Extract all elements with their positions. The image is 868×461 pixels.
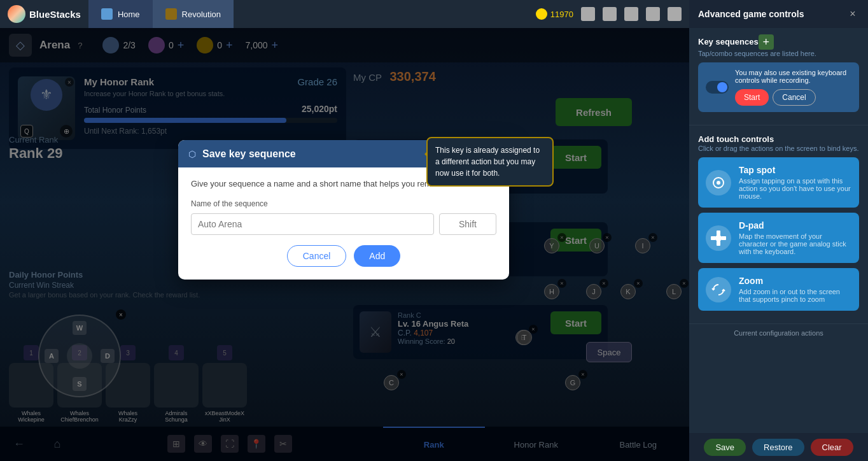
adv-panel-header: Advanced game controls × — [689, 0, 868, 28]
rec-cancel-btn[interactable]: Cancel — [773, 89, 815, 106]
tap-spot-title: Tap spot — [739, 165, 851, 175]
game-tab-icon — [165, 8, 177, 20]
key-sequences-desc: Tap/combo sequences are listed here. — [698, 50, 859, 57]
dpad-card[interactable]: D-pad Map the movement of your character… — [698, 213, 859, 263]
adv-close-button[interactable]: × — [846, 8, 859, 20]
minimize-icon[interactable] — [646, 7, 660, 21]
recording-text: You may also use existing keyboard contr… — [735, 69, 851, 84]
dpad-info: D-pad Map the movement of your character… — [739, 220, 851, 255]
dpad-title: D-pad — [739, 220, 851, 230]
sequence-key-input[interactable] — [439, 213, 496, 235]
tooltip-text: This key is already assigned to a differ… — [435, 146, 540, 178]
svg-rect-3 — [717, 241, 720, 246]
dpad-desc: Map the movement of your character or th… — [739, 232, 851, 255]
tab-home[interactable]: Home — [88, 0, 153, 28]
zoom-card-icon — [706, 277, 731, 302]
maximize-icon[interactable] — [668, 7, 682, 21]
dialog-add-btn[interactable]: Add — [354, 245, 400, 267]
tap-spot-icon — [706, 170, 731, 195]
settings-icon[interactable] — [624, 7, 638, 21]
dialog-header-icon: ⬡ — [188, 149, 196, 159]
account-icon[interactable] — [603, 7, 617, 21]
dialog-cancel-btn[interactable]: Cancel — [287, 245, 347, 267]
dialog-inputs — [191, 213, 496, 235]
rec-start-btn[interactable]: Start — [735, 89, 769, 106]
adv-panel: Key sequences + Tap/combo sequences are … — [689, 28, 868, 461]
zoom-info: Zoom Add zoom in or out to the screen th… — [739, 276, 851, 303]
top-bar: BlueStacks Home Revolution 11970 — [0, 0, 689, 28]
svg-rect-4 — [711, 236, 716, 240]
home-tab-icon — [101, 8, 113, 20]
tap-spot-card[interactable]: Tap spot Assign tapping on a spot with t… — [698, 157, 859, 208]
adv-panel-title: Advanced game controls — [698, 9, 846, 19]
sequence-name-input[interactable] — [191, 213, 434, 235]
toggle-switch[interactable] — [706, 81, 729, 94]
config-bar: Save Restore Clear — [689, 433, 868, 461]
tab-game[interactable]: Revolution — [153, 0, 234, 28]
dpad-card-icon — [706, 225, 731, 251]
recording-content: You may also use existing keyboard contr… — [735, 69, 851, 106]
zoom-card[interactable]: Zoom Add zoom in or out to the screen th… — [698, 268, 859, 311]
notification-icon[interactable] — [581, 7, 595, 21]
tap-spot-desc: Assign tapping on a spot with this actio… — [739, 177, 851, 200]
tap-spot-info: Tap spot Assign tapping on a spot with t… — [739, 165, 851, 200]
recording-card: You may also use existing keyboard contr… — [698, 62, 859, 112]
zoom-title: Zoom — [739, 276, 851, 286]
touch-controls-section: Add touch controls Click or drag the act… — [689, 125, 868, 324]
save-key-sequence-dialog: ⬡ Save key sequence ✕ Give your sequence… — [178, 140, 509, 280]
config-clear-btn[interactable]: Clear — [811, 439, 853, 456]
dialog-buttons: Cancel Add — [191, 245, 496, 267]
svg-rect-5 — [721, 236, 726, 240]
key-seq-header: Key sequences + — [698, 36, 859, 50]
bluestacks-logo-icon — [8, 5, 25, 23]
rec-buttons: Start Cancel — [735, 89, 851, 106]
dialog-label: Name of the sequence — [191, 199, 496, 208]
add-touch-desc: Click or drag the actions on the screen … — [698, 145, 859, 152]
key-sequences-title: Key sequences — [698, 37, 759, 46]
bluestacks-logo: BlueStacks — [0, 5, 88, 23]
svg-rect-2 — [717, 230, 720, 236]
coin-badge: 11970 — [536, 8, 573, 20]
config-save-btn[interactable]: Save — [704, 439, 746, 456]
coin-icon — [536, 8, 547, 20]
tab-game-label: Revolution — [182, 10, 221, 19]
key-sequences-section: Key sequences + Tap/combo sequences are … — [689, 28, 868, 125]
add-touch-title: Add touch controls — [698, 134, 774, 144]
toggle-knob — [717, 82, 727, 92]
config-restore-btn[interactable]: Restore — [752, 439, 804, 456]
svg-rect-6 — [716, 236, 721, 241]
top-right-icons: 11970 — [536, 7, 689, 21]
tab-home-label: Home — [118, 10, 140, 19]
tooltip: This key is already assigned to a differ… — [426, 137, 554, 187]
dialog-form: Name of the sequence — [191, 199, 496, 235]
config-section-label: Current configuration actions — [689, 324, 868, 339]
svg-point-1 — [717, 181, 720, 185]
add-sequence-btn[interactable]: + — [759, 34, 774, 50]
zoom-desc: Add zoom in or out to the screen that su… — [739, 288, 851, 303]
bluestacks-name: BlueStacks — [29, 9, 81, 20]
coin-amount: 11970 — [550, 10, 573, 19]
